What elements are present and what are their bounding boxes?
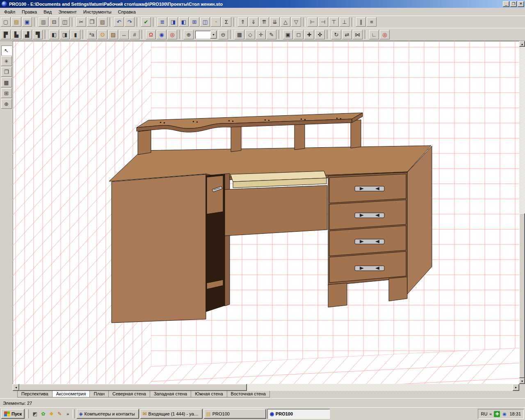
pedestal-right-foot[interactable]	[389, 277, 407, 301]
drawer-handle-2[interactable]	[355, 213, 384, 218]
btn-view-left-wall[interactable]: ▙	[11, 30, 21, 39]
pedestal-left-foot[interactable]	[328, 283, 347, 307]
task-folder-pro100[interactable]: ▤ PRO100	[204, 409, 266, 419]
minimize-button[interactable]: _	[503, 1, 509, 7]
menu-view[interactable]: Вид	[40, 9, 55, 15]
btn-apply[interactable]: ✔	[141, 17, 151, 27]
btn-solid-view[interactable]: ▮	[71, 30, 80, 39]
tray-antivirus[interactable]: ✚	[494, 411, 500, 417]
btn-paste[interactable]: ▧	[98, 17, 107, 27]
btn-lift[interactable]: △	[281, 17, 290, 27]
tab-west-wall[interactable]: Западная стена	[150, 391, 191, 397]
btn-new[interactable]: ▢	[1, 17, 11, 27]
btn-sum[interactable]: Σ	[221, 17, 231, 27]
btn-align-top[interactable]: ⊤	[329, 17, 339, 27]
zoom-combo-dropdown[interactable]: ▾	[210, 31, 217, 39]
btn-center-view[interactable]: ◎	[167, 30, 177, 39]
btn-cut[interactable]: ✂	[76, 17, 86, 27]
btn-align-bottom[interactable]: ⊥	[340, 17, 349, 27]
tool-elements[interactable]: ▦	[1, 78, 12, 87]
tray-updates[interactable]: ◉	[501, 411, 507, 417]
tab-north-wall[interactable]: Северная стена	[108, 391, 150, 397]
language-indicator[interactable]: RU	[481, 411, 487, 416]
tab-south-wall[interactable]: Южная стена	[191, 391, 227, 397]
btn-raise-back[interactable]: ⇓	[249, 17, 258, 27]
drawer-handle-3[interactable]	[355, 239, 384, 244]
vertical-scrollbar[interactable]: ▴ ▾	[519, 41, 525, 384]
btn-sheet-horizontal[interactable]: ◧	[49, 30, 59, 39]
btn-time-report[interactable]: ◔	[211, 17, 221, 27]
quicklaunch-messenger[interactable]: ❖	[47, 410, 55, 418]
tab-perspective[interactable]: Перспектива	[17, 391, 52, 397]
btn-snap[interactable]: Ω	[146, 30, 156, 39]
btn-align-right[interactable]: ⊣	[318, 17, 328, 27]
btn-align-left[interactable]: ⊢	[308, 17, 317, 27]
btn-distribute[interactable]: ∥	[356, 17, 366, 27]
tab-east-wall[interactable]: Восточная стена	[227, 391, 270, 397]
separator[interactable]	[110, 18, 112, 27]
start-button[interactable]: Пуск	[1, 409, 25, 419]
title-bar[interactable]: PRO100 - E:\Documents and Settings\fatum…	[0, 0, 525, 8]
zoom-combo-value[interactable]	[195, 31, 210, 39]
quick-launch-overflow[interactable]: »	[65, 410, 71, 418]
separator[interactable]	[303, 18, 306, 27]
desk-model[interactable]	[109, 113, 432, 323]
btn-select-region[interactable]: ▦	[235, 30, 244, 39]
btn-dimensions[interactable]: ↔	[119, 30, 129, 39]
menu-edit[interactable]: Правка	[18, 9, 40, 15]
separator[interactable]	[230, 30, 233, 39]
btn-zoom-in[interactable]: ⊕	[184, 30, 194, 39]
btn-redo[interactable]: ↷	[125, 17, 135, 27]
btn-save[interactable]: ▣	[22, 17, 32, 27]
tab-plan[interactable]: План	[89, 391, 109, 397]
task-mail-inbox[interactable]: ✉ Входящие (1 444) - yaki...	[140, 409, 203, 419]
menu-file[interactable]: Файл	[1, 9, 18, 15]
btn-rotate[interactable]: ↻	[331, 30, 341, 39]
right-side-panel[interactable]	[407, 146, 432, 294]
scroll-right-button[interactable]: ▸	[513, 384, 519, 391]
scroll-left-button[interactable]: ◂	[13, 384, 19, 391]
horizontal-scrollbar[interactable]: ◂ ▸	[13, 384, 519, 391]
drawer-handle-1[interactable]	[355, 186, 384, 191]
btn-undo[interactable]: ↶	[114, 17, 124, 27]
tab-axonometry[interactable]: Аксонометрия	[52, 391, 90, 397]
tray-chevron[interactable]: «	[489, 411, 492, 416]
separator[interactable]	[137, 18, 139, 27]
task-pro100-app[interactable]: ◉ PRO100	[267, 409, 330, 419]
btn-move-up[interactable]: ⇈	[259, 17, 269, 27]
left-side-panel[interactable]	[112, 174, 206, 323]
separator[interactable]	[34, 18, 37, 27]
btn-sheet-vertical[interactable]: ◨	[60, 30, 70, 39]
btn-lower[interactable]: ▽	[291, 17, 301, 27]
separator[interactable]	[233, 18, 236, 27]
separator[interactable]	[327, 30, 329, 39]
btn-target[interactable]: ◎	[380, 30, 390, 39]
btn-pointer-add[interactable]: ✛	[256, 30, 266, 39]
scroll-down-button[interactable]: ▾	[519, 378, 525, 384]
tool-zoom[interactable]: ⊕	[1, 99, 12, 109]
btn-element-list[interactable]: ⊞	[189, 17, 199, 27]
drawer-handle-4[interactable]	[355, 266, 384, 271]
task-contacts[interactable]: ◈ Компьютеры и контакты	[77, 409, 139, 419]
btn-mirror[interactable]: ⋈	[353, 30, 363, 39]
btn-page-setup[interactable]: ▥	[39, 17, 48, 27]
maximize-button[interactable]: ❐	[510, 1, 517, 7]
separator[interactable]	[72, 18, 74, 27]
btn-view-back-wall[interactable]: ▛	[1, 30, 11, 39]
separator[interactable]	[45, 30, 47, 39]
close-button[interactable]: ✕	[518, 1, 524, 7]
btn-view-room[interactable]: ▜	[33, 30, 43, 39]
quicklaunch-editor[interactable]: ✎	[55, 410, 64, 418]
btn-light[interactable]: ʘ	[98, 30, 107, 39]
btn-summary[interactable]: ◫	[200, 17, 210, 27]
separator[interactable]	[82, 30, 85, 39]
separator[interactable]	[278, 30, 281, 39]
btn-render[interactable]: ◉	[157, 30, 167, 39]
horizontal-scroll-thumb[interactable]	[19, 384, 247, 391]
btn-select-element[interactable]: ◇	[245, 30, 255, 39]
menu-help[interactable]: Справка	[115, 9, 139, 15]
btn-draw[interactable]: ✎	[267, 30, 276, 39]
design-canvas[interactable]	[13, 41, 519, 384]
btn-textures[interactable]: ▨	[108, 30, 118, 39]
clock[interactable]: 18:31	[509, 411, 521, 416]
